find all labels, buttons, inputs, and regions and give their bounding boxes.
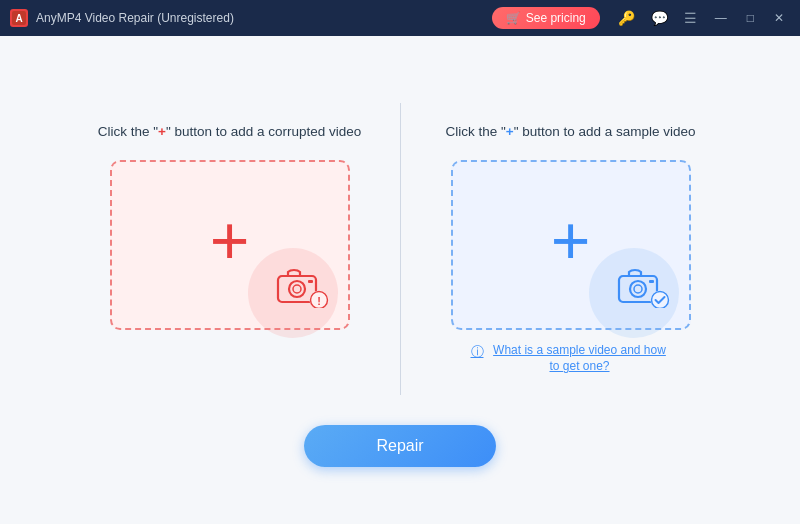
right-plus-icon: + bbox=[551, 206, 591, 274]
help-circle-icon: ⓘ bbox=[471, 343, 484, 361]
chat-icon-button[interactable]: 💬 bbox=[645, 6, 674, 30]
titlebar-left: A AnyMP4 Video Repair (Unregistered) bbox=[10, 9, 234, 27]
menu-icon-button[interactable]: ☰ bbox=[678, 6, 703, 30]
corrupted-video-dropzone[interactable]: + bbox=[110, 160, 350, 330]
cart-icon: 🛒 bbox=[506, 11, 521, 25]
right-panel-label: Click the "+" button to add a sample vid… bbox=[445, 123, 695, 142]
right-dropzone-inner: + bbox=[453, 162, 689, 328]
svg-point-11 bbox=[634, 285, 642, 293]
repair-button-row: Repair bbox=[304, 425, 495, 467]
minimize-button[interactable]: — bbox=[707, 7, 735, 29]
app-title: AnyMP4 Video Repair (Unregistered) bbox=[36, 11, 234, 25]
camera-check-decoration bbox=[617, 266, 671, 312]
panels-row: Click the "+" button to add a corrupted … bbox=[0, 83, 800, 415]
key-icon-button[interactable]: 🔑 bbox=[612, 6, 641, 30]
titlebar: A AnyMP4 Video Repair (Unregistered) 🛒 S… bbox=[0, 0, 800, 36]
svg-text:!: ! bbox=[317, 294, 321, 306]
svg-point-4 bbox=[293, 285, 301, 293]
app-icon: A bbox=[10, 9, 28, 27]
right-panel: Click the "+" button to add a sample vid… bbox=[401, 103, 741, 395]
svg-rect-12 bbox=[649, 280, 654, 283]
svg-point-10 bbox=[630, 281, 646, 297]
svg-point-14 bbox=[651, 291, 668, 308]
left-plus-icon: + bbox=[210, 206, 250, 274]
left-dropzone-inner: + bbox=[112, 162, 348, 328]
close-button[interactable]: ✕ bbox=[766, 7, 792, 29]
sample-video-help-link[interactable]: ⓘ What is a sample video and how to get … bbox=[471, 342, 671, 376]
svg-text:A: A bbox=[15, 13, 22, 24]
see-pricing-button[interactable]: 🛒 See pricing bbox=[492, 7, 600, 29]
left-panel: Click the "+" button to add a corrupted … bbox=[60, 103, 400, 350]
left-panel-label: Click the "+" button to add a corrupted … bbox=[98, 123, 362, 142]
svg-point-3 bbox=[289, 281, 305, 297]
sample-video-dropzone[interactable]: + bbox=[451, 160, 691, 330]
repair-button[interactable]: Repair bbox=[304, 425, 495, 467]
main-content: Click the "+" button to add a corrupted … bbox=[0, 36, 800, 524]
camera-error-decoration: ! bbox=[276, 266, 330, 312]
maximize-button[interactable]: □ bbox=[739, 7, 762, 29]
svg-rect-5 bbox=[308, 280, 313, 283]
titlebar-right: 🛒 See pricing 🔑 💬 ☰ — □ ✕ bbox=[492, 6, 792, 30]
